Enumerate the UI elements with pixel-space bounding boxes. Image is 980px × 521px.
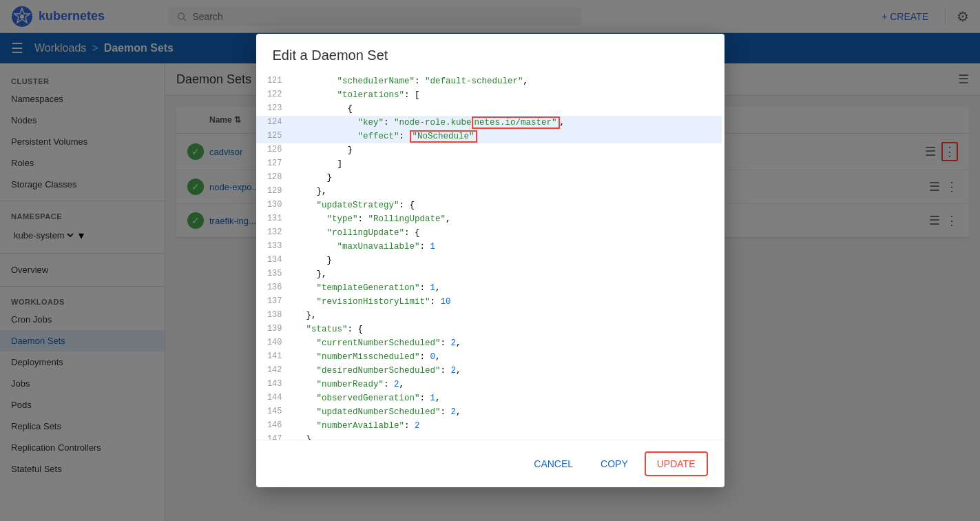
line-content: "updatedNumberScheduled": 2,	[291, 405, 722, 419]
line-content: }	[291, 143, 722, 157]
code-line-122: 122 "tolerations": [	[256, 88, 722, 102]
line-number: 141	[256, 350, 291, 364]
code-line-133: 133 "maxUnavailable": 1	[256, 240, 722, 254]
line-number: 144	[256, 391, 291, 405]
code-line-124: 124 "key": "node-role.kubenetes.io/maste…	[256, 116, 722, 130]
code-line-123: 123 {	[256, 102, 722, 116]
line-content: }	[291, 433, 722, 440]
line-content: "numberReady": 2,	[291, 378, 722, 391]
line-number: 122	[256, 88, 291, 102]
cancel-button[interactable]: CANCEL	[523, 451, 584, 476]
line-number: 125	[256, 130, 291, 143]
code-line-143: 143 "numberReady": 2,	[256, 378, 722, 391]
line-number: 132	[256, 226, 291, 240]
modal-body: 121 "schedulerName": "default-scheduler"…	[256, 74, 724, 440]
code-line-127: 127 ]	[256, 157, 722, 171]
line-number: 137	[256, 295, 291, 309]
line-content: },	[291, 185, 722, 198]
line-number: 124	[256, 116, 291, 130]
code-line-141: 141 "numberMisscheduled": 0,	[256, 350, 722, 364]
line-content: "schedulerName": "default-scheduler",	[291, 74, 722, 88]
line-number: 136	[256, 281, 291, 295]
modal-footer: CANCEL COPY UPDATE	[256, 440, 724, 487]
code-line-135: 135 },	[256, 267, 722, 281]
line-number: 138	[256, 309, 291, 323]
line-content: "currentNumberScheduled": 2,	[291, 336, 722, 350]
line-number: 147	[256, 433, 291, 440]
code-line-131: 131 "type": "RollingUpdate",	[256, 212, 722, 226]
code-line-121: 121 "schedulerName": "default-scheduler"…	[256, 74, 722, 88]
line-content: "maxUnavailable": 1	[291, 240, 722, 254]
modal-overlay: Edit a Daemon Set 121 "schedulerName": "…	[0, 0, 980, 521]
line-content: "revisionHistoryLimit": 10	[291, 295, 722, 309]
line-number: 129	[256, 185, 291, 198]
code-line-138: 138 },	[256, 309, 722, 323]
line-content: "key": "node-role.kubenetes.io/master",	[291, 116, 722, 130]
modal-header: Edit a Daemon Set	[256, 34, 724, 74]
line-content: },	[291, 309, 722, 323]
code-line-144: 144 "observedGeneration": 1,	[256, 391, 722, 405]
code-line-130: 130 "updateStrategy": {	[256, 198, 722, 212]
modal-title: Edit a Daemon Set	[273, 48, 708, 63]
code-line-129: 129 },	[256, 185, 722, 198]
line-content: ]	[291, 157, 722, 171]
code-line-142: 142 "desiredNumberScheduled": 2,	[256, 364, 722, 378]
code-line-137: 137 "revisionHistoryLimit": 10	[256, 295, 722, 309]
line-content: "numberMisscheduled": 0,	[291, 350, 722, 364]
line-content: "numberAvailable": 2	[291, 419, 722, 433]
line-number: 131	[256, 212, 291, 226]
line-content: },	[291, 267, 722, 281]
line-content: "tolerations": [	[291, 88, 722, 102]
update-button[interactable]: UPDATE	[645, 451, 708, 476]
line-number: 146	[256, 419, 291, 433]
line-number: 133	[256, 240, 291, 254]
line-content: {	[291, 102, 722, 116]
line-number: 123	[256, 102, 291, 116]
line-number: 121	[256, 74, 291, 88]
code-line-126: 126 }	[256, 143, 722, 157]
line-number: 143	[256, 378, 291, 391]
line-number: 134	[256, 254, 291, 267]
line-number: 127	[256, 157, 291, 171]
line-content: "effect": "NoSchedule"	[291, 130, 722, 143]
line-content: "observedGeneration": 1,	[291, 391, 722, 405]
line-number: 135	[256, 267, 291, 281]
line-number: 126	[256, 143, 291, 157]
copy-button[interactable]: COPY	[590, 451, 639, 476]
edit-daemon-set-modal: Edit a Daemon Set 121 "schedulerName": "…	[256, 34, 724, 487]
code-line-136: 136 "templateGeneration": 1,	[256, 281, 722, 295]
code-line-140: 140 "currentNumberScheduled": 2,	[256, 336, 722, 350]
code-line-146: 146 "numberAvailable": 2	[256, 419, 722, 433]
line-number: 130	[256, 198, 291, 212]
code-line-132: 132 "rollingUpdate": {	[256, 226, 722, 240]
line-content: "status": {	[291, 323, 722, 336]
code-line-134: 134 }	[256, 254, 722, 267]
line-content: "desiredNumberScheduled": 2,	[291, 364, 722, 378]
code-line-145: 145 "updatedNumberScheduled": 2,	[256, 405, 722, 419]
line-content: "templateGeneration": 1,	[291, 281, 722, 295]
line-content: }	[291, 254, 722, 267]
line-number: 145	[256, 405, 291, 419]
code-line-125: 125 "effect": "NoSchedule"	[256, 130, 722, 143]
line-number: 139	[256, 323, 291, 336]
code-editor[interactable]: 121 "schedulerName": "default-scheduler"…	[256, 74, 722, 440]
line-content: "updateStrategy": {	[291, 198, 722, 212]
code-line-147: 147 }	[256, 433, 722, 440]
line-number: 128	[256, 171, 291, 185]
code-line-128: 128 }	[256, 171, 722, 185]
line-content: }	[291, 171, 722, 185]
line-content: "rollingUpdate": {	[291, 226, 722, 240]
code-line-139: 139 "status": {	[256, 323, 722, 336]
line-number: 142	[256, 364, 291, 378]
line-number: 140	[256, 336, 291, 350]
line-content: "type": "RollingUpdate",	[291, 212, 722, 226]
